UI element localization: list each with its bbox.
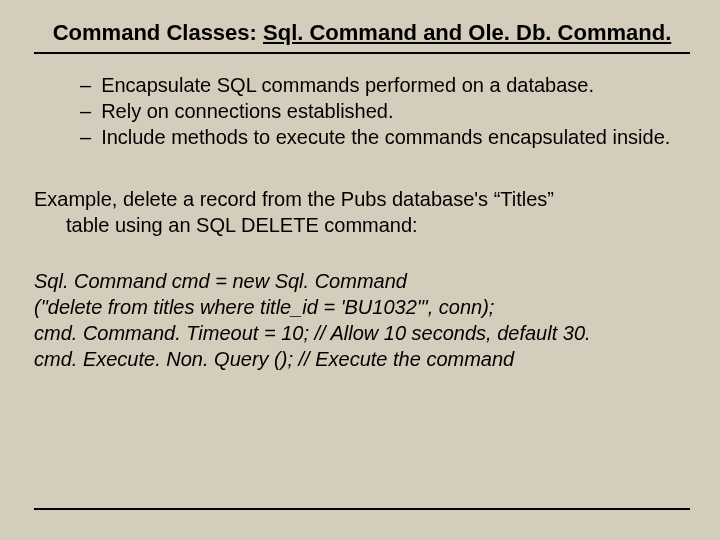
bullet-text: Rely on connections established. (101, 98, 690, 124)
title-lead: Command Classes: (53, 20, 263, 45)
bullet-text: Include methods to execute the commands … (101, 124, 690, 150)
code-block: Sql. Command cmd = new Sql. Command ("de… (34, 268, 690, 372)
bullet-dash-icon: – (80, 98, 91, 124)
bullet-dash-icon: – (80, 124, 91, 150)
example-line1: Example, delete a record from the Pubs d… (34, 186, 690, 212)
bullet-dash-icon: – (80, 72, 91, 98)
slide: Command Classes: Sql. Command and Ole. D… (0, 0, 720, 540)
example-line2: table using an SQL DELETE command: (34, 212, 690, 238)
list-item: – Encapsulate SQL commands performed on … (80, 72, 690, 98)
title-area: Command Classes: Sql. Command and Ole. D… (34, 20, 690, 54)
code-line: ("delete from titles where title_id = 'B… (34, 294, 690, 320)
footer-divider (34, 508, 690, 510)
bullet-list: – Encapsulate SQL commands performed on … (34, 72, 690, 150)
code-line: cmd. Execute. Non. Query (); // Execute … (34, 346, 690, 372)
list-item: – Rely on connections established. (80, 98, 690, 124)
example-paragraph: Example, delete a record from the Pubs d… (34, 186, 690, 238)
code-line: cmd. Command. Timeout = 10; // Allow 10 … (34, 320, 690, 346)
bullet-text: Encapsulate SQL commands performed on a … (101, 72, 690, 98)
title-underlined: Sql. Command and Ole. Db. Command. (263, 20, 671, 45)
slide-title: Command Classes: Sql. Command and Ole. D… (34, 20, 690, 46)
code-line: Sql. Command cmd = new Sql. Command (34, 268, 690, 294)
list-item: – Include methods to execute the command… (80, 124, 690, 150)
